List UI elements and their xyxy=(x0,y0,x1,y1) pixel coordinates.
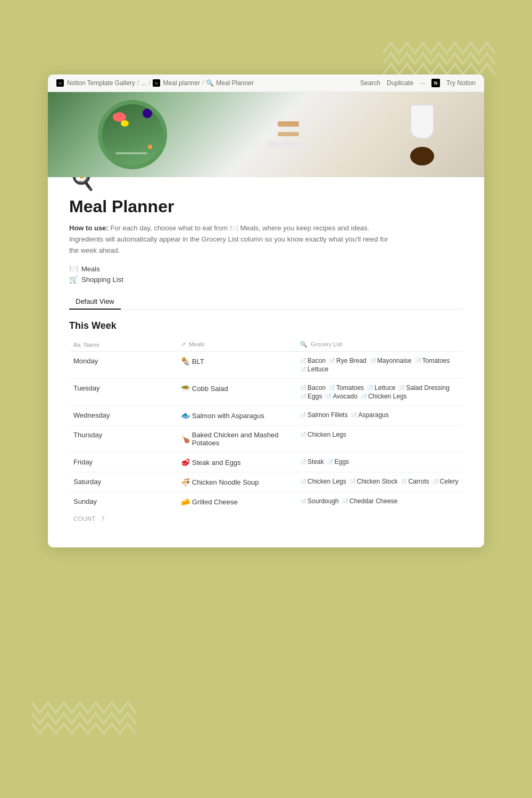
meal-entry-0: 🌯BLT xyxy=(181,357,292,365)
grocery-name-6-1: Cheddar Cheese xyxy=(350,497,398,505)
cell-day-5: Saturday xyxy=(69,472,177,492)
zigzag-decoration-top xyxy=(383,32,500,74)
doc-icon-4-0: 📄 xyxy=(300,459,306,465)
doc-icon-1-1: 📄 xyxy=(329,385,335,391)
search-button[interactable]: Search xyxy=(360,79,380,87)
meals-label: Meals xyxy=(81,265,100,273)
doc-icon-1-5: 📄 xyxy=(325,394,331,400)
grocery-name-1-0: Bacon xyxy=(307,384,326,392)
grocery-name-1-4: Eggs xyxy=(307,393,322,400)
breadcrumb-sep-3: / xyxy=(202,79,204,87)
meal-name-2: Salmon with Asparagus xyxy=(192,412,264,420)
notion-window: N Notion Template Gallery / ... / N Meal… xyxy=(48,74,484,547)
grocery-item-1-1: 📄Tomatoes xyxy=(329,384,364,392)
view-tabs: Default View xyxy=(69,294,463,310)
breadcrumb: N Notion Template Gallery / ... / N Meal… xyxy=(56,79,254,87)
breadcrumb-item-4[interactable]: Meal Planner xyxy=(216,79,254,87)
table-row: Monday🌯BLT📄Bacon📄Rye Bread📄Mayonnaise📄To… xyxy=(69,352,463,379)
meal-name-1: Cobb Salad xyxy=(192,385,228,393)
breadcrumb-page-icon: 🔍 xyxy=(206,79,214,87)
doc-icon-0-4: 📄 xyxy=(300,367,306,372)
shopping-list-link[interactable]: 🛒 Shopping List xyxy=(69,275,463,284)
grocery-item-0-0: 📄Bacon xyxy=(300,357,326,364)
doc-icon-1-2: 📄 xyxy=(367,385,373,391)
doc-icon-5-1: 📄 xyxy=(350,479,356,485)
day-name-5: Saturday xyxy=(73,478,101,486)
grocery-item-1-4: 📄Eggs xyxy=(300,393,322,400)
doc-icon-0-0: 📄 xyxy=(300,358,306,364)
duplicate-button[interactable]: Duplicate xyxy=(387,79,413,87)
breadcrumb-item-2[interactable]: ... xyxy=(141,79,146,87)
grocery-name-4-0: Steak xyxy=(307,458,324,466)
meals-link[interactable]: 🍽️ Meals xyxy=(69,264,463,273)
grocery-item-5-0: 📄Chicken Legs xyxy=(300,478,346,485)
cell-grocery-6: 📄Sourdough📄Cheddar Cheese xyxy=(296,492,463,512)
cell-grocery-0: 📄Bacon📄Rye Bread📄Mayonnaise📄Tomatoes📄Let… xyxy=(296,352,463,379)
hero-pitcher-area xyxy=(410,104,434,165)
col-header-meals: ↗ Meals xyxy=(177,338,296,352)
zigzag-decoration-bottom xyxy=(32,692,138,734)
hero-overlay xyxy=(48,92,484,177)
food-bowl xyxy=(98,100,167,169)
breadcrumb-sep-2: / xyxy=(148,79,150,87)
table-row: Thursday🍗Baked Chicken and Mashed Potato… xyxy=(69,426,463,453)
doc-icon-6-1: 📄 xyxy=(342,498,348,504)
grocery-item-5-2: 📄Carrots xyxy=(401,478,429,485)
grocery-item-2-1: 📄Asparagus xyxy=(351,411,388,419)
grocery-name-1-1: Tomatoes xyxy=(336,384,364,392)
doc-icon-5-0: 📄 xyxy=(300,479,306,485)
plate xyxy=(267,142,310,148)
col-meals-icon: ↗ xyxy=(181,341,186,347)
col-name-label: Name xyxy=(84,342,99,348)
grocery-item-1-0: 📄Bacon xyxy=(300,384,326,392)
breadcrumb-item-1[interactable]: Notion Template Gallery xyxy=(67,79,135,87)
grocery-name-0-3: Tomatoes xyxy=(422,357,450,364)
cell-meal-0: 🌯BLT xyxy=(177,352,296,379)
breadcrumb-sep-1: / xyxy=(137,79,139,87)
grocery-name-1-2: Lettuce xyxy=(375,384,395,392)
meal-emoji-2: 🐟 xyxy=(181,411,190,420)
meal-entry-3: 🍗Baked Chicken and Mashed Potatoes xyxy=(181,431,292,447)
meal-entry-4: 🥩Steak and Eggs xyxy=(181,458,292,467)
meal-name-5: Chicken Noodle Soup xyxy=(192,478,259,486)
count-label: COUNT xyxy=(73,516,96,522)
table-row: Saturday🍜Chicken Noodle Soup📄Chicken Leg… xyxy=(69,472,463,492)
try-notion-button[interactable]: Try Notion xyxy=(446,79,476,87)
top-bar: N Notion Template Gallery / ... / N Meal… xyxy=(48,74,484,92)
meal-entry-1: 🥗Cobb Salad xyxy=(181,384,292,393)
grocery-name-0-0: Bacon xyxy=(307,357,326,364)
tab-default-view[interactable]: Default View xyxy=(69,294,121,310)
count-row: COUNT 7 xyxy=(69,511,463,526)
notion-logo: N xyxy=(56,79,64,87)
col-grocery-icon: 🔍 xyxy=(300,341,307,347)
day-name-6: Sunday xyxy=(73,497,97,505)
grocery-name-3-0: Chicken Legs xyxy=(307,431,346,438)
grocery-item-0-3: 📄Tomatoes xyxy=(415,357,450,364)
grocery-item-0-1: 📄Rye Bread xyxy=(329,357,367,364)
cell-grocery-5: 📄Chicken Legs📄Chicken Stock📄Carrots📄Cele… xyxy=(296,472,463,492)
grocery-items-1: 📄Bacon📄Tomatoes📄Lettuce📄Salad Dressing📄E… xyxy=(300,384,459,400)
grocery-item-6-1: 📄Cheddar Cheese xyxy=(342,497,398,505)
grocery-item-3-0: 📄Chicken Legs xyxy=(300,431,346,438)
grocery-name-5-1: Chicken Stock xyxy=(357,478,398,485)
grocery-item-0-2: 📄Mayonnaise xyxy=(370,357,412,364)
shopping-icon: 🛒 xyxy=(69,275,78,284)
grocery-items-3: 📄Chicken Legs xyxy=(300,431,459,438)
grocery-item-4-1: 📄Eggs xyxy=(327,458,349,466)
grocery-item-1-2: 📄Lettuce xyxy=(367,384,395,392)
doc-icon-3-0: 📄 xyxy=(300,432,306,438)
doc-icon-0-3: 📄 xyxy=(415,358,421,364)
doc-icon-0-2: 📄 xyxy=(370,358,376,364)
doc-icon-1-0: 📄 xyxy=(300,385,306,391)
cell-grocery-4: 📄Steak📄Eggs xyxy=(296,453,463,472)
meal-emoji-3: 🍗 xyxy=(181,435,190,443)
breadcrumb-item-3[interactable]: Meal planner xyxy=(163,79,200,87)
meals-icon: 🍽️ xyxy=(69,264,78,273)
grocery-item-1-5: 📄Avocado xyxy=(325,393,357,400)
how-to-label: How to use: xyxy=(69,224,109,232)
more-button[interactable]: ··· xyxy=(420,79,425,87)
toast xyxy=(278,121,299,127)
grocery-name-6-0: Sourdough xyxy=(307,497,339,505)
meal-name-6: Grilled Cheese xyxy=(192,498,238,506)
cell-day-1: Tuesday xyxy=(69,379,177,406)
